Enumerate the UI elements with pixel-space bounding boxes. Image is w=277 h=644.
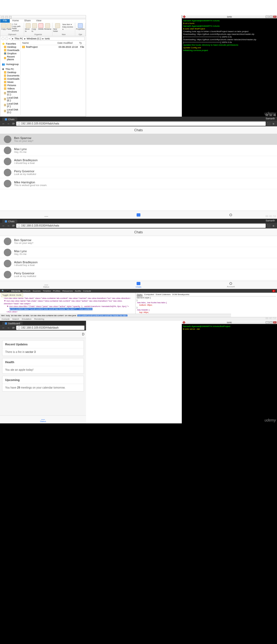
inspect-icon[interactable]: 🔍 — [2, 290, 4, 292]
chat-item[interactable]: Ben SparrowYou on your way? — [0, 134, 277, 145]
extension-icon[interactable]: ⬛ — [267, 122, 271, 126]
delete-button[interactable]: Delete — [38, 23, 44, 32]
browser-tab[interactable]: Chats — [2, 117, 17, 122]
health-card: Health You ate an apple today! — [2, 358, 84, 374]
file-list: Name Date modified Ty firstProject 03-06… — [21, 41, 86, 115]
paste-shortcut-button[interactable]: Paste shortcut — [12, 28, 23, 32]
chat-item[interactable]: Perry GovernorLook at my mukluks! — [0, 167, 277, 178]
tab-status[interactable]: Status — [0, 416, 86, 423]
forward-button[interactable] — [5, 37, 8, 40]
chat-item[interactable]: Adam BradleysonI should buy a boat — [0, 258, 277, 269]
extension-icon[interactable]: ⬛ — [267, 224, 271, 228]
reload-button[interactable]: ⟳ — [11, 122, 15, 126]
back-button[interactable]: ← — [2, 122, 5, 126]
chat-item[interactable]: Max LynxHey, it's me — [0, 145, 277, 156]
device-mode-icon[interactable]: 📱 — [6, 290, 9, 292]
ionic-header: Chats — [0, 228, 277, 236]
terminal-output[interactable]: Samarth Agarwal@SAMARTH /c/ionic $ cd c:… — [182, 18, 277, 53]
elements-tab[interactable]: Elements — [11, 290, 20, 292]
browser-tab[interactable]: Dashboard — [2, 322, 23, 326]
maximize-button[interactable]: □ — [269, 16, 273, 18]
menu-icon[interactable]: ≡ — [272, 224, 275, 228]
cut-button[interactable]: ✂ Cut — [12, 23, 23, 25]
forward-button[interactable]: → — [6, 326, 10, 330]
console-tab[interactable]: Console — [83, 290, 91, 292]
qat-button[interactable] — [1, 16, 4, 19]
screenshot-4: Dashboard ← → ⟳ 192.168.0.105:8100/#/tab… — [0, 321, 277, 423]
menu-icon[interactable]: ≡ — [272, 122, 275, 126]
chat-item[interactable]: Perry GovernorLook at my mukluks! — [0, 269, 277, 280]
col-date[interactable]: Date modified — [56, 41, 77, 45]
tab-status[interactable]: Status — [0, 281, 92, 289]
new-item-button[interactable]: New item ▾ — [62, 23, 74, 26]
resources-tab[interactable]: Resources — [62, 290, 73, 292]
network-tab[interactable]: Network — [22, 290, 30, 292]
profiles-tab[interactable]: Profiles — [53, 290, 60, 292]
breadcrumb[interactable]: ▸This PC▸ Windows (C:)▸ Ionic — [11, 37, 85, 41]
copy-button[interactable]: Copy — [1, 23, 6, 32]
sources-tab[interactable]: Sources — [33, 290, 41, 292]
forward-button[interactable]: → — [6, 224, 10, 228]
tab-account[interactable]: Account — [185, 281, 277, 289]
address-bar[interactable]: 192.168.0.105:8100/#/tab/dash — [16, 326, 84, 330]
easy-access-button[interactable]: Easy access ▾ — [62, 26, 74, 31]
copy-path-button[interactable]: Copy path — [12, 25, 23, 28]
nav-tree[interactable]: ⭐ Favorites Desktop Downloads Dropbox Re… — [0, 41, 21, 115]
chrome-user[interactable]: Samarth — [263, 219, 277, 222]
timeline-tab[interactable]: Timeline — [43, 290, 51, 292]
tab-account[interactable] — [185, 211, 277, 219]
up-button[interactable]: ↑ — [9, 37, 10, 40]
chat-item[interactable]: Max LynxHey, it's me — [0, 247, 277, 258]
qat-button[interactable] — [9, 16, 12, 19]
pulse-icon — [41, 416, 45, 420]
col-name[interactable]: Name — [21, 41, 56, 45]
tab-chats[interactable] — [92, 211, 184, 219]
terminal-output[interactable]: Samarth Agarwal@SAMARTH /c/ionic/firstPr… — [182, 324, 277, 332]
chat-item[interactable]: Mike HarringtonThis is wicked good ice c… — [0, 178, 277, 189]
paste-button[interactable]: Paste — [6, 23, 11, 32]
elements-breadcrumb[interactable]: html body ion-nav-view ion-tabs ion-nav-… — [0, 314, 231, 317]
minimize-button[interactable]: − — [266, 321, 269, 323]
console-drawer-tab[interactable]: Console — [2, 318, 9, 320]
col-type[interactable]: Ty — [77, 41, 83, 45]
address-bar[interactable]: 192.168.0.105:8100/#/tab/chats — [16, 122, 266, 126]
reload-button[interactable]: ⟳ — [11, 326, 15, 330]
tab-status[interactable] — [0, 211, 92, 219]
chat-list: Ben SparrowYou on your way? Max LynxHey,… — [0, 236, 277, 284]
tab-chats[interactable]: Chats — [92, 281, 184, 289]
back-button[interactable] — [1, 37, 5, 40]
close-button[interactable]: × — [273, 321, 276, 323]
browser-tab[interactable]: Chats — [2, 220, 17, 224]
copy-to-button[interactable]: Copy to — [32, 23, 38, 32]
terminal-titlebar: ionic − □ × — [182, 15, 277, 18]
back-button[interactable]: ← — [2, 224, 5, 228]
address-bar-row: ↑ ▸This PC▸ Windows (C:)▸ Ionic — [0, 36, 86, 41]
view-tab[interactable]: View — [34, 19, 44, 23]
back-button[interactable]: ← — [2, 326, 5, 330]
maximize-button[interactable]: □ — [269, 321, 273, 323]
forward-button[interactable]: → — [6, 122, 10, 126]
chrome-user[interactable]: Samarth — [263, 117, 277, 120]
rename-button[interactable]: Rename — [44, 23, 51, 32]
reload-button[interactable]: ⟳ — [11, 224, 15, 228]
move-to-button[interactable]: Move to — [25, 23, 31, 32]
share-tab[interactable]: Share — [22, 19, 34, 23]
rendering-drawer-tab[interactable]: Rendering — [34, 318, 44, 320]
emulation-drawer-tab[interactable]: Emulation — [22, 318, 32, 320]
properties-button[interactable]: Properties — [76, 23, 85, 30]
favicon — [5, 220, 7, 222]
new-folder-button[interactable]: New folder — [53, 23, 62, 32]
address-bar[interactable]: 192.168.0.105:8100/#/tab/chats — [16, 224, 266, 228]
chat-item[interactable]: Adam BradleysonI should buy a boat — [0, 156, 277, 167]
file-tab[interactable]: File — [0, 19, 10, 23]
audits-tab[interactable]: Audits — [75, 290, 81, 292]
chat-item[interactable]: Ben SparrowYou on your way? — [0, 236, 277, 247]
qat-button[interactable] — [5, 16, 8, 19]
close-button[interactable]: × — [273, 16, 276, 18]
error-count[interactable]: 2 — [272, 290, 275, 292]
ionic-header: D — [0, 331, 86, 338]
home-tab[interactable]: Home — [10, 19, 22, 23]
search-drawer-tab[interactable]: Search — [12, 318, 19, 320]
file-row[interactable]: firstProject 03-06-2015 13:18 File — [21, 45, 86, 49]
minimize-button[interactable]: − — [266, 16, 269, 18]
